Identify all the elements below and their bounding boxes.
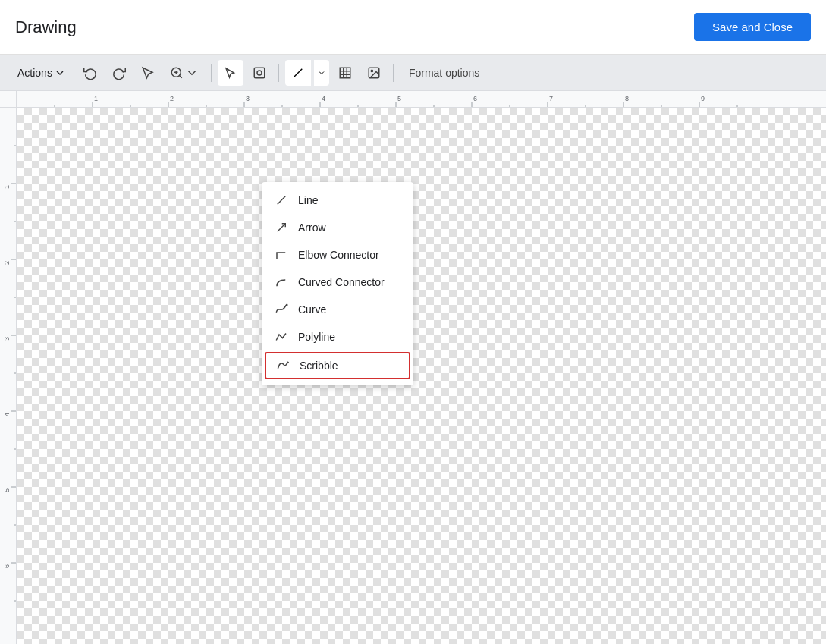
line-dropdown-menu: Line Arrow Elbow Connector: [262, 182, 413, 385]
menu-item-line-label: Line: [298, 194, 401, 206]
menu-item-arrow-label: Arrow: [298, 221, 401, 234]
pointer-tool-button[interactable]: [218, 60, 243, 86]
undo-icon: [83, 66, 97, 80]
curve-icon: [274, 302, 289, 317]
svg-text:4: 4: [3, 413, 11, 416]
menu-item-elbow-label: Elbow Connector: [298, 249, 401, 261]
svg-text:1: 1: [94, 95, 98, 102]
svg-text:6: 6: [473, 95, 477, 102]
menu-item-scribble[interactable]: Scribble: [265, 352, 410, 379]
menu-item-elbow-connector[interactable]: Elbow Connector: [262, 241, 413, 269]
save-close-button[interactable]: Save and Close: [694, 13, 811, 41]
svg-line-63: [278, 196, 286, 205]
menu-item-scribble-label: Scribble: [300, 360, 400, 372]
scribble-icon: [275, 358, 291, 373]
image-tool-button[interactable]: [361, 60, 387, 86]
svg-text:8: 8: [625, 95, 629, 102]
svg-text:2: 2: [3, 261, 11, 265]
menu-item-curve-label: Curve: [298, 303, 401, 316]
actions-label: Actions: [17, 67, 52, 79]
menu-item-curved-connector[interactable]: Curved Connector: [262, 269, 413, 296]
svg-text:9: 9: [701, 95, 705, 102]
undo-button[interactable]: [77, 60, 103, 86]
svg-text:3: 3: [246, 95, 250, 102]
separator-3: [393, 64, 394, 82]
svg-point-13: [371, 70, 372, 71]
svg-line-6: [294, 68, 303, 77]
svg-text:1: 1: [3, 185, 11, 189]
menu-item-arrow[interactable]: Arrow: [262, 214, 413, 241]
drawing-canvas[interactable]: [17, 108, 826, 644]
svg-text:5: 5: [397, 95, 401, 102]
ruler-v-svg: 1 2 3 4 5 6: [0, 108, 17, 644]
ruler-corner: [0, 91, 17, 108]
curved-connector-icon: [274, 275, 289, 290]
table-tool-button[interactable]: [332, 60, 358, 86]
separator-1: [211, 64, 212, 82]
select-icon: [141, 66, 155, 80]
line-tool-button[interactable]: [285, 60, 311, 86]
header: Drawing Save and Close: [0, 0, 826, 55]
svg-rect-4: [254, 68, 265, 78]
polyline-icon: [274, 329, 289, 344]
ruler-vertical: 1 2 3 4 5 6: [0, 108, 17, 644]
chevron-down-icon: [54, 67, 66, 79]
arrow-icon: [274, 220, 289, 235]
menu-item-curved-connector-label: Curved Connector: [298, 276, 401, 288]
separator-2: [278, 64, 279, 82]
elbow-icon: [274, 247, 289, 262]
line-tool-dropdown-button[interactable]: [314, 60, 329, 86]
line-icon: [274, 193, 289, 208]
zoom-button[interactable]: [164, 60, 205, 86]
actions-menu[interactable]: Actions: [9, 62, 74, 83]
svg-text:3: 3: [3, 337, 11, 341]
svg-line-64: [278, 224, 286, 232]
app-title: Drawing: [15, 17, 77, 37]
toolbar: Actions: [0, 55, 826, 91]
ruler-h-svg: 1 2 3 4 5 6 7 8 9: [17, 91, 826, 107]
pointer-icon: [224, 66, 237, 80]
svg-point-5: [257, 71, 262, 75]
menu-item-line[interactable]: Line: [262, 187, 413, 214]
shape-icon: [253, 66, 266, 80]
format-options-button[interactable]: Format options: [400, 60, 488, 86]
ruler-horizontal: 1 2 3 4 5 6 7 8 9: [17, 91, 826, 108]
svg-text:7: 7: [549, 95, 553, 102]
svg-rect-7: [340, 68, 350, 78]
line-tool-icon: [291, 66, 305, 80]
chevron-down-icon-zoom: [185, 66, 199, 80]
svg-text:6: 6: [3, 564, 11, 568]
redo-icon: [112, 66, 126, 80]
svg-text:2: 2: [170, 95, 174, 102]
redo-button[interactable]: [106, 60, 132, 86]
shape-tool-button[interactable]: [247, 60, 272, 86]
svg-text:4: 4: [322, 95, 325, 102]
menu-item-curve[interactable]: Curve: [262, 296, 413, 323]
chevron-down-icon-line: [317, 68, 326, 77]
image-icon: [367, 66, 381, 80]
menu-item-polyline[interactable]: Polyline: [262, 323, 413, 350]
table-icon: [338, 66, 352, 80]
canvas-area: 1 2 3 4 5 6 7 8 9: [0, 91, 826, 644]
svg-line-1: [179, 75, 181, 77]
select-button[interactable]: [135, 60, 161, 86]
menu-item-polyline-label: Polyline: [298, 331, 401, 343]
svg-text:5: 5: [3, 488, 11, 492]
zoom-icon: [170, 66, 184, 80]
